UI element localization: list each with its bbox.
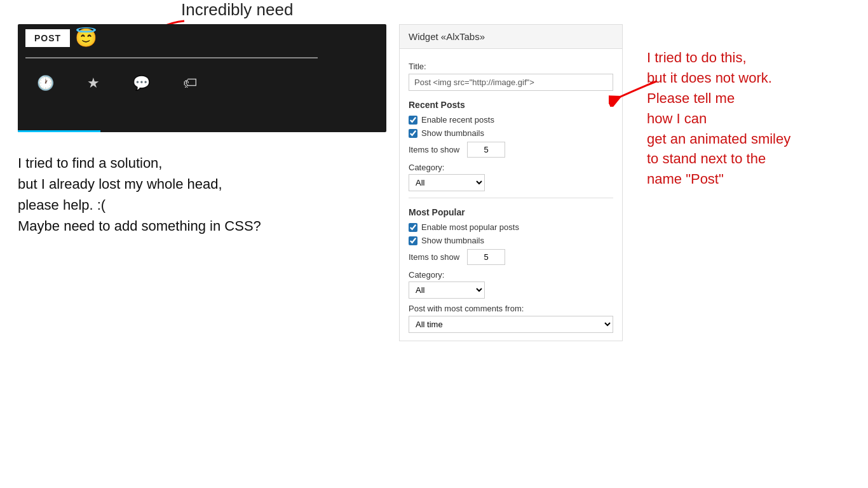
left-text-block: I tried to find a solution, but I alread… — [18, 152, 261, 236]
category-popular-label: Category: — [409, 270, 613, 280]
post-comments-row: Post with most comments from: All time — [409, 304, 613, 333]
star-icon: ★ — [87, 75, 100, 92]
left-text-line2: but I already lost my whole head, — [18, 173, 261, 194]
right-annotation-line3: Please tell me — [647, 88, 790, 109]
items-to-show-popular-label: Items to show — [409, 252, 459, 262]
right-annotation-line7: name "Post" — [647, 169, 790, 189]
title-input[interactable] — [409, 74, 613, 91]
show-thumbnails-recent-label: Show thumbnails — [421, 128, 484, 138]
items-to-show-recent-label: Items to show — [409, 145, 459, 154]
items-to-show-popular-row: Items to show — [409, 249, 613, 265]
widget-body: Title: Recent Posts Enable recent posts … — [400, 49, 622, 341]
comment-icon: 💬 — [133, 75, 150, 92]
post-comments-label: Post with most comments from: — [409, 304, 613, 313]
widget-title: Widget «AlxTabs» — [409, 31, 485, 42]
tab-icons-row: 🕐 ★ 💬 🏷 — [18, 64, 386, 92]
show-thumbnails-popular-row: Show thumbnails — [409, 236, 613, 245]
enable-recent-row: Enable recent posts — [409, 115, 613, 125]
category-recent-row: Category: All — [409, 163, 613, 191]
post-button[interactable]: POST — [25, 29, 70, 47]
progress-bar — [18, 130, 100, 132]
widget-panel: Widget «AlxTabs» Title: Recent Posts Ena… — [399, 24, 623, 341]
widget-title-bar: Widget «AlxTabs» — [400, 25, 622, 49]
right-annotation-line2: but it does not work. — [647, 68, 790, 88]
right-annotation-line1: I tried to do this, — [647, 48, 790, 68]
category-recent-label: Category: — [409, 163, 613, 172]
top-annotation: Incredibly need — [181, 0, 293, 20]
widget-screenshot: POST 😇 🕐 ★ 💬 🏷 — [18, 24, 386, 132]
tag-icon: 🏷 — [183, 75, 197, 92]
clock-icon: 🕐 — [37, 75, 54, 92]
input-underline — [25, 57, 318, 58]
show-thumbnails-popular-checkbox[interactable] — [409, 236, 417, 245]
enable-popular-checkbox[interactable] — [409, 223, 417, 232]
enable-popular-label: Enable most popular posts — [421, 222, 519, 232]
right-annotation-line5: get an animated smiley — [647, 129, 790, 149]
show-thumbnails-recent-checkbox[interactable] — [409, 129, 417, 138]
section-divider — [409, 198, 613, 198]
smiley-icon: 😇 — [75, 29, 97, 47]
left-text-line3: please help. :( — [18, 194, 261, 215]
left-text-line1: I tried to find a solution, — [18, 152, 261, 173]
post-comments-select[interactable]: All time — [409, 316, 613, 333]
enable-recent-checkbox[interactable] — [409, 116, 417, 125]
title-field-label: Title: — [409, 62, 613, 71]
enable-popular-row: Enable most popular posts — [409, 222, 613, 232]
items-to-show-popular-input[interactable] — [467, 249, 505, 265]
category-recent-select[interactable]: All — [409, 174, 485, 191]
items-to-show-recent-row: Items to show — [409, 142, 613, 158]
show-thumbnails-recent-row: Show thumbnails — [409, 128, 613, 138]
category-popular-select[interactable]: All — [409, 281, 485, 299]
most-popular-header: Most Popular — [409, 207, 613, 217]
right-annotation-line6: to stand next to the — [647, 149, 790, 169]
right-annotation-line4: how I can — [647, 109, 790, 129]
show-thumbnails-popular-label: Show thumbnails — [421, 236, 484, 245]
recent-posts-header: Recent Posts — [409, 100, 613, 110]
right-annotation: I tried to do this, but it does not work… — [647, 48, 790, 189]
enable-recent-label: Enable recent posts — [421, 115, 494, 125]
category-popular-row: Category: All — [409, 270, 613, 299]
left-text-line4: Maybe need to add something in CSS? — [18, 215, 261, 236]
items-to-show-recent-input[interactable] — [467, 142, 505, 158]
